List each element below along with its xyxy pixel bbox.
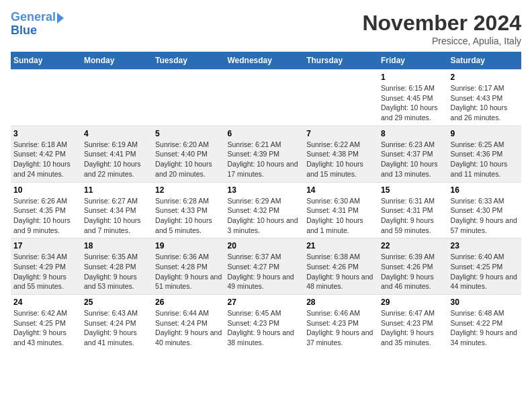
sunset-text: Sunset: 4:28 PM bbox=[84, 263, 136, 271]
day-info: Sunrise: 6:21 AMSunset: 4:39 PMDaylight:… bbox=[227, 140, 301, 179]
sunrise-text: Sunrise: 6:31 AM bbox=[381, 197, 435, 205]
location: Presicce, Apulia, Italy bbox=[362, 36, 521, 46]
sunrise-text: Sunrise: 6:20 AM bbox=[155, 140, 209, 148]
logo-arrow-icon bbox=[57, 13, 64, 24]
sunset-text: Sunset: 4:32 PM bbox=[227, 206, 279, 214]
sunrise-text: Sunrise: 6:30 AM bbox=[306, 197, 360, 205]
day-number: 6 bbox=[227, 129, 301, 138]
day-number: 20 bbox=[227, 241, 301, 250]
day-info: Sunrise: 6:36 AMSunset: 4:28 PMDaylight:… bbox=[155, 252, 222, 291]
calendar-day: 23Sunrise: 6:40 AMSunset: 4:25 PMDayligh… bbox=[448, 238, 521, 295]
daylight-text: Daylight: 9 hours and 48 minutes. bbox=[306, 273, 373, 291]
calendar-day: 24Sunrise: 6:42 AMSunset: 4:25 PMDayligh… bbox=[11, 295, 81, 351]
calendar-day: 28Sunrise: 6:46 AMSunset: 4:23 PMDayligh… bbox=[304, 295, 378, 351]
day-number: 21 bbox=[306, 241, 375, 250]
calendar-day: 16Sunrise: 6:33 AMSunset: 4:30 PMDayligh… bbox=[448, 182, 521, 238]
day-number: 25 bbox=[84, 298, 150, 307]
sunrise-text: Sunrise: 6:17 AM bbox=[451, 84, 504, 92]
daylight-text: Daylight: 9 hours and 59 minutes. bbox=[381, 216, 434, 234]
sunset-text: Sunset: 4:23 PM bbox=[306, 319, 359, 327]
sunset-text: Sunset: 4:26 PM bbox=[381, 263, 433, 271]
sunrise-text: Sunrise: 6:29 AM bbox=[227, 197, 281, 205]
sunrise-text: Sunrise: 6:37 AM bbox=[227, 253, 281, 261]
sunrise-text: Sunrise: 6:19 AM bbox=[84, 140, 138, 148]
sunrise-text: Sunrise: 6:48 AM bbox=[451, 309, 504, 317]
sunset-text: Sunset: 4:23 PM bbox=[381, 319, 433, 327]
col-thursday: Thursday bbox=[304, 52, 378, 70]
day-number: 27 bbox=[227, 298, 301, 307]
calendar-week-row: 3Sunrise: 6:18 AMSunset: 4:42 PMDaylight… bbox=[11, 126, 521, 182]
calendar-day: 11Sunrise: 6:27 AMSunset: 4:34 PMDayligh… bbox=[81, 182, 152, 238]
page-header: General Blue November 2024 Presicce, Apu… bbox=[11, 11, 521, 46]
day-info: Sunrise: 6:42 AMSunset: 4:25 PMDaylight:… bbox=[13, 308, 79, 348]
calendar-day: 29Sunrise: 6:47 AMSunset: 4:23 PMDayligh… bbox=[378, 295, 448, 351]
day-info: Sunrise: 6:39 AMSunset: 4:26 PMDaylight:… bbox=[381, 252, 445, 291]
day-info: Sunrise: 6:38 AMSunset: 4:26 PMDaylight:… bbox=[306, 252, 375, 291]
sunrise-text: Sunrise: 6:22 AM bbox=[306, 140, 360, 148]
day-number: 10 bbox=[13, 185, 79, 195]
day-info: Sunrise: 6:31 AMSunset: 4:31 PMDaylight:… bbox=[381, 196, 445, 236]
daylight-text: Daylight: 10 hours and 29 minutes. bbox=[381, 103, 438, 122]
sunset-text: Sunset: 4:22 PM bbox=[451, 319, 503, 327]
day-info: Sunrise: 6:22 AMSunset: 4:38 PMDaylight:… bbox=[306, 140, 375, 179]
calendar-week-row: 10Sunrise: 6:26 AMSunset: 4:35 PMDayligh… bbox=[11, 182, 521, 238]
sunrise-text: Sunrise: 6:38 AM bbox=[306, 253, 360, 261]
calendar-day: 19Sunrise: 6:36 AMSunset: 4:28 PMDayligh… bbox=[152, 238, 224, 295]
daylight-text: Daylight: 10 hours and 11 minutes. bbox=[451, 160, 508, 178]
sunset-text: Sunset: 4:35 PM bbox=[13, 206, 66, 214]
day-info: Sunrise: 6:48 AMSunset: 4:22 PMDaylight:… bbox=[451, 308, 519, 348]
day-info: Sunrise: 6:35 AMSunset: 4:28 PMDaylight:… bbox=[84, 252, 150, 291]
daylight-text: Daylight: 9 hours and 55 minutes. bbox=[13, 273, 66, 291]
day-number: 9 bbox=[451, 129, 519, 138]
calendar-day: 30Sunrise: 6:48 AMSunset: 4:22 PMDayligh… bbox=[448, 295, 521, 351]
day-number: 15 bbox=[381, 185, 445, 195]
daylight-text: Daylight: 9 hours and 44 minutes. bbox=[451, 273, 517, 291]
sunset-text: Sunset: 4:24 PM bbox=[155, 319, 208, 327]
day-number: 7 bbox=[306, 129, 375, 138]
sunrise-text: Sunrise: 6:40 AM bbox=[451, 253, 504, 261]
daylight-text: Daylight: 9 hours and 53 minutes. bbox=[84, 273, 137, 291]
sunset-text: Sunset: 4:23 PM bbox=[227, 319, 279, 327]
calendar-day: 7Sunrise: 6:22 AMSunset: 4:38 PMDaylight… bbox=[304, 126, 378, 182]
sunset-text: Sunset: 4:43 PM bbox=[451, 94, 503, 102]
day-info: Sunrise: 6:45 AMSunset: 4:23 PMDaylight:… bbox=[227, 308, 301, 348]
calendar-week-row: 24Sunrise: 6:42 AMSunset: 4:25 PMDayligh… bbox=[11, 295, 521, 351]
calendar-day: 3Sunrise: 6:18 AMSunset: 4:42 PMDaylight… bbox=[11, 126, 81, 182]
day-number: 8 bbox=[381, 129, 445, 138]
day-number: 28 bbox=[306, 298, 375, 307]
col-tuesday: Tuesday bbox=[152, 52, 224, 70]
daylight-text: Daylight: 9 hours and 38 minutes. bbox=[227, 328, 294, 347]
sunrise-text: Sunrise: 6:23 AM bbox=[381, 140, 435, 148]
day-number: 26 bbox=[155, 298, 222, 307]
daylight-text: Daylight: 10 hours and 7 minutes. bbox=[84, 216, 141, 234]
col-monday: Monday bbox=[81, 52, 152, 70]
calendar-day: 10Sunrise: 6:26 AMSunset: 4:35 PMDayligh… bbox=[11, 182, 81, 238]
day-info: Sunrise: 6:46 AMSunset: 4:23 PMDaylight:… bbox=[306, 308, 375, 348]
calendar-day bbox=[304, 70, 378, 126]
calendar-day: 13Sunrise: 6:29 AMSunset: 4:32 PMDayligh… bbox=[224, 182, 304, 238]
day-info: Sunrise: 6:47 AMSunset: 4:23 PMDaylight:… bbox=[381, 308, 445, 348]
daylight-text: Daylight: 9 hours and 34 minutes. bbox=[451, 328, 517, 347]
day-info: Sunrise: 6:34 AMSunset: 4:29 PMDaylight:… bbox=[13, 252, 79, 291]
day-info: Sunrise: 6:17 AMSunset: 4:43 PMDaylight:… bbox=[451, 83, 519, 123]
calendar-day: 22Sunrise: 6:39 AMSunset: 4:26 PMDayligh… bbox=[378, 238, 448, 295]
daylight-text: Daylight: 9 hours and 46 minutes. bbox=[381, 273, 434, 291]
day-info: Sunrise: 6:40 AMSunset: 4:25 PMDaylight:… bbox=[451, 252, 519, 291]
calendar-table: Sunday Monday Tuesday Wednesday Thursday… bbox=[11, 52, 521, 351]
daylight-text: Daylight: 10 hours and 15 minutes. bbox=[306, 160, 363, 178]
day-number: 19 bbox=[155, 241, 222, 250]
day-number: 3 bbox=[13, 129, 79, 138]
day-info: Sunrise: 6:30 AMSunset: 4:31 PMDaylight:… bbox=[306, 196, 375, 236]
day-number: 5 bbox=[155, 129, 222, 138]
daylight-text: Daylight: 10 hours and 1 minute. bbox=[306, 216, 363, 234]
title-block: November 2024 Presicce, Apulia, Italy bbox=[362, 11, 521, 46]
calendar-day: 14Sunrise: 6:30 AMSunset: 4:31 PMDayligh… bbox=[304, 182, 378, 238]
calendar-day: 2Sunrise: 6:17 AMSunset: 4:43 PMDaylight… bbox=[448, 70, 521, 126]
sunrise-text: Sunrise: 6:34 AM bbox=[13, 253, 67, 261]
day-info: Sunrise: 6:20 AMSunset: 4:40 PMDaylight:… bbox=[155, 140, 222, 179]
calendar-day: 27Sunrise: 6:45 AMSunset: 4:23 PMDayligh… bbox=[224, 295, 304, 351]
daylight-text: Daylight: 9 hours and 41 minutes. bbox=[84, 328, 137, 347]
sunset-text: Sunset: 4:33 PM bbox=[155, 206, 208, 214]
sunset-text: Sunset: 4:27 PM bbox=[227, 263, 279, 271]
col-friday: Friday bbox=[378, 52, 448, 70]
